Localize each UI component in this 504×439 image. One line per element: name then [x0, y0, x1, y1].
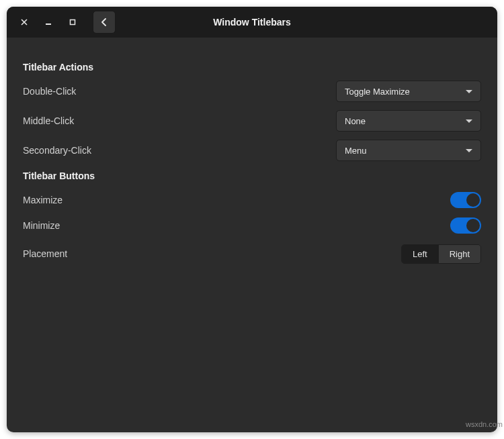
- combo-middle-click[interactable]: None: [336, 110, 481, 132]
- titlebar: Window Titlebars: [7, 7, 497, 38]
- section-title-actions: Titlebar Actions: [23, 62, 481, 72]
- toggle-maximize[interactable]: [450, 192, 481, 208]
- chevron-down-icon: [466, 90, 472, 93]
- row-double-click: Double-Click Toggle Maximize: [23, 81, 481, 102]
- combo-value: Toggle Maximize: [345, 87, 410, 97]
- label-placement: Placement: [23, 248, 67, 259]
- segmented-placement: Left Right: [401, 244, 481, 264]
- svg-rect-0: [71, 20, 75, 25]
- close-icon: [21, 19, 28, 26]
- row-placement: Placement Left Right: [23, 243, 481, 264]
- label-middle-click: Middle-Click: [23, 115, 74, 126]
- combo-secondary-click[interactable]: Menu: [336, 140, 481, 161]
- label-secondary-click: Secondary-Click: [23, 145, 91, 156]
- seg-left[interactable]: Left: [402, 245, 439, 263]
- maximize-button[interactable]: [63, 13, 82, 32]
- chevron-down-icon: [466, 119, 472, 123]
- row-maximize: Maximize: [23, 189, 481, 211]
- toggle-knob: [466, 219, 480, 232]
- back-button[interactable]: [93, 11, 116, 34]
- combo-value: None: [345, 116, 366, 126]
- label-minimize: Minimize: [23, 220, 60, 231]
- toggle-minimize[interactable]: [450, 217, 481, 234]
- combo-value: Menu: [345, 146, 367, 156]
- label-maximize: Maximize: [23, 195, 62, 205]
- minimize-button[interactable]: [39, 13, 58, 32]
- section-title-buttons: Titlebar Buttons: [23, 170, 481, 181]
- row-secondary-click: Secondary-Click Menu: [23, 140, 481, 161]
- combo-double-click[interactable]: Toggle Maximize: [336, 81, 481, 102]
- toggle-knob: [466, 193, 480, 207]
- content-area: Titlebar Actions Double-Click Toggle Max…: [7, 38, 497, 291]
- chevron-left-icon: [101, 18, 108, 26]
- maximize-icon: [69, 19, 76, 26]
- settings-window: Window Titlebars Titlebar Actions Double…: [7, 7, 497, 432]
- row-middle-click: Middle-Click None: [23, 110, 481, 132]
- row-minimize: Minimize: [23, 215, 481, 236]
- label-double-click: Double-Click: [23, 86, 76, 97]
- watermark-text: wsxdn.com: [466, 420, 503, 428]
- close-button[interactable]: [15, 13, 34, 32]
- chevron-down-icon: [466, 149, 472, 152]
- minimize-icon: [45, 19, 52, 26]
- seg-right[interactable]: Right: [439, 245, 480, 263]
